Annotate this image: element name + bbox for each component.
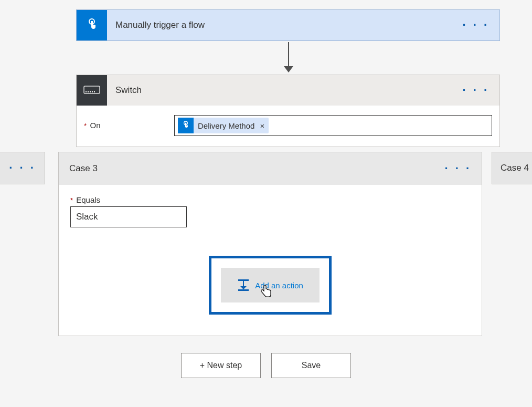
manual-trigger-icon bbox=[77, 10, 107, 40]
svg-marker-12 bbox=[240, 286, 247, 289]
switch-body: * On Delivery Method × bbox=[77, 106, 499, 147]
switch-icon-box bbox=[77, 75, 107, 106]
equals-label-wrap: * Equals bbox=[70, 195, 470, 204]
bottom-button-row: + New step Save bbox=[0, 353, 532, 378]
cursor-icon bbox=[261, 284, 273, 299]
trigger-card[interactable]: Manually trigger a flow · · · bbox=[76, 9, 500, 41]
case-next-card[interactable]: Case 4 bbox=[492, 152, 532, 184]
case-next-title: Case 4 bbox=[501, 163, 529, 173]
new-step-button[interactable]: + New step bbox=[181, 353, 261, 378]
save-button[interactable]: Save bbox=[271, 353, 351, 378]
trigger-title: Manually trigger a flow bbox=[115, 20, 205, 30]
required-asterisk: * bbox=[84, 122, 87, 130]
svg-rect-7 bbox=[94, 91, 95, 92]
case-card: Case 3 · · · * Equals Add an action bbox=[58, 152, 482, 336]
switch-header[interactable]: Switch · · · bbox=[77, 75, 499, 106]
equals-input[interactable] bbox=[70, 206, 187, 227]
dynamic-content-token[interactable]: Delivery Method × bbox=[178, 118, 269, 133]
required-asterisk: * bbox=[70, 196, 73, 204]
case-prev-card[interactable]: · · · bbox=[0, 152, 45, 184]
case-menu-button[interactable]: · · · bbox=[444, 163, 471, 174]
save-label: Save bbox=[302, 361, 321, 370]
touch-icon bbox=[86, 18, 98, 32]
token-remove-button[interactable]: × bbox=[260, 121, 264, 130]
new-step-label: + New step bbox=[200, 361, 242, 370]
svg-rect-3 bbox=[86, 91, 87, 92]
svg-rect-13 bbox=[238, 289, 249, 291]
trigger-menu-button[interactable]: · · · bbox=[462, 19, 489, 31]
case-prev-menu-button[interactable]: · · · bbox=[9, 162, 36, 174]
add-action-highlight: Add an action bbox=[209, 256, 332, 315]
switch-title: Switch bbox=[115, 85, 142, 96]
token-icon bbox=[178, 118, 194, 133]
case-body: * Equals Add an action bbox=[59, 185, 482, 336]
switch-on-label: On bbox=[90, 121, 101, 130]
connector-arrow bbox=[288, 42, 289, 72]
switch-icon bbox=[83, 86, 100, 95]
equals-label: Equals bbox=[76, 195, 100, 204]
add-action-button[interactable]: Add an action bbox=[221, 268, 320, 302]
switch-on-label-wrap: * On bbox=[84, 121, 101, 130]
switch-menu-button[interactable]: · · · bbox=[462, 85, 489, 96]
svg-rect-1 bbox=[91, 21, 93, 25]
case-title: Case 3 bbox=[69, 163, 98, 174]
svg-rect-5 bbox=[90, 91, 91, 92]
svg-rect-10 bbox=[238, 279, 249, 281]
svg-rect-9 bbox=[185, 123, 187, 127]
switch-card: Switch · · · * On Delivery Method × bbox=[76, 75, 500, 147]
switch-on-input[interactable]: Delivery Method × bbox=[174, 115, 492, 136]
touch-icon bbox=[182, 121, 190, 130]
add-action-icon bbox=[237, 279, 250, 291]
case-header[interactable]: Case 3 · · · bbox=[59, 152, 482, 185]
svg-rect-6 bbox=[92, 91, 93, 92]
svg-rect-4 bbox=[88, 91, 89, 92]
token-label: Delivery Method bbox=[198, 121, 254, 130]
